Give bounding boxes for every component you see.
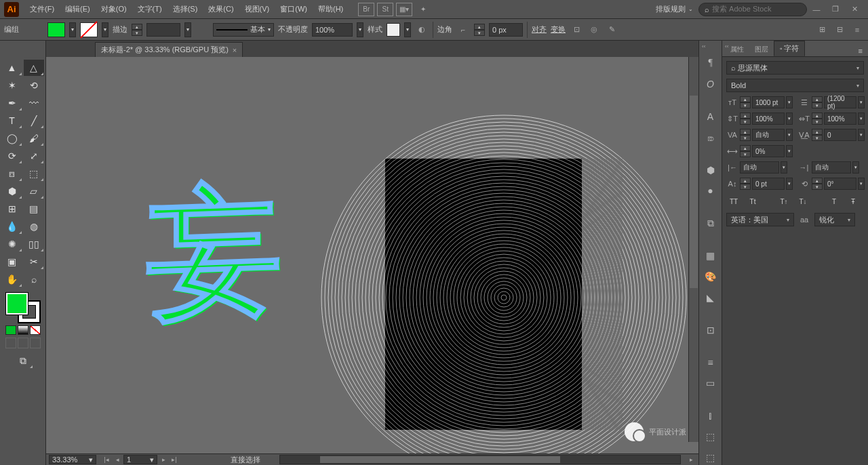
- restore-button[interactable]: ❐: [827, 3, 844, 16]
- symbols-panel-icon[interactable]: ◣: [701, 289, 720, 305]
- stroke-weight-dd[interactable]: ▾: [184, 22, 191, 37]
- underline-button[interactable]: T: [827, 195, 842, 207]
- recolor-icon[interactable]: ◐: [415, 23, 429, 37]
- gradient-panel-icon[interactable]: ▭: [701, 376, 720, 391]
- collapse-toggle-2[interactable]: ‹‹: [725, 43, 728, 49]
- color-picker[interactable]: [6, 293, 40, 323]
- small-caps-button[interactable]: Tt: [745, 195, 760, 207]
- paragraph-panel-icon[interactable]: ¶: [701, 56, 720, 71]
- kerning-field[interactable]: VA▴▾自动▾: [726, 129, 793, 141]
- stroke-weight-input[interactable]: [146, 23, 180, 37]
- fill-dropdown[interactable]: ▾: [69, 22, 76, 37]
- glyphs-panel-icon[interactable]: A: [701, 109, 720, 125]
- mesh-tool[interactable]: ⊞: [2, 201, 22, 217]
- font-family-select[interactable]: ⌕ 思源黑体▾: [726, 61, 864, 75]
- menu-object[interactable]: 对象(O): [96, 0, 132, 18]
- perspective-tool[interactable]: ▱: [24, 183, 44, 199]
- font-style-select[interactable]: Bold▾: [726, 79, 864, 92]
- align-panel-icon[interactable]: ⊞: [815, 23, 829, 37]
- curvature-tool[interactable]: 〰: [24, 95, 44, 111]
- font-size-field[interactable]: тT▴▾1000 pt▾: [726, 96, 793, 108]
- style-dd[interactable]: ▾: [404, 22, 411, 37]
- isolate-icon[interactable]: ⊡: [570, 23, 583, 37]
- corner-input[interactable]: 0 px: [489, 23, 523, 37]
- menu-select[interactable]: 选择(S): [167, 0, 203, 18]
- selection-tool[interactable]: ▲: [2, 60, 22, 76]
- shape-builder-tool[interactable]: ⬢: [2, 183, 22, 199]
- all-caps-button[interactable]: TT: [726, 195, 741, 207]
- draw-inside[interactable]: [30, 338, 41, 348]
- transform-panel-icon[interactable]: ⊟: [833, 23, 846, 37]
- libraries-panel-icon[interactable]: ⧉: [701, 216, 720, 231]
- direct-selection-tool[interactable]: △: [24, 60, 44, 76]
- opacity-input[interactable]: 100%: [312, 23, 353, 37]
- symbol-sprayer-tool[interactable]: ✺: [2, 236, 22, 252]
- appearance-panel-icon[interactable]: ⬢: [701, 162, 720, 178]
- corner-stepper[interactable]: ▴▾: [474, 24, 485, 36]
- prev-artboard[interactable]: ◂: [113, 455, 122, 464]
- arrange-docs-icon[interactable]: ▦▾: [396, 3, 412, 16]
- vertical-scrollbar[interactable]: [688, 57, 698, 442]
- stock-search[interactable]: ⌕ 搜索 Adobe Stock: [698, 3, 807, 16]
- width-tool[interactable]: ⧈: [2, 165, 22, 182]
- free-transform-tool[interactable]: ⬚: [24, 165, 44, 182]
- blend-tool[interactable]: ◍: [24, 218, 44, 235]
- menu-type[interactable]: 文字(T): [132, 0, 167, 18]
- slice-tool[interactable]: ✂: [24, 254, 44, 270]
- close-button[interactable]: ✕: [846, 3, 863, 16]
- panel-menu-icon[interactable]: ≡: [856, 45, 865, 56]
- menu-effect[interactable]: 效果(C): [203, 0, 239, 18]
- hand-tool[interactable]: ✋: [2, 271, 22, 287]
- layout-rules-dropdown[interactable]: 排版规则⌄: [650, 3, 698, 16]
- tracking-field[interactable]: V͟A▴▾0▾: [798, 129, 865, 141]
- artboard-tool[interactable]: ▣: [2, 254, 22, 270]
- stroke-panel-icon[interactable]: ≡: [701, 355, 720, 370]
- align-panel-icon-strip[interactable]: ⫿: [701, 408, 720, 424]
- first-artboard[interactable]: |◂: [102, 455, 111, 464]
- zoom-dropdown[interactable]: 33.33%▾: [49, 455, 96, 464]
- bridge-icon[interactable]: Br: [358, 3, 374, 16]
- tab-layers[interactable]: 图层: [749, 43, 774, 56]
- type-tool[interactable]: T: [2, 113, 22, 129]
- swatches-panel-icon[interactable]: ▦: [701, 248, 720, 264]
- fill-swatch[interactable]: [47, 22, 65, 37]
- scale-tool[interactable]: ⤢: [24, 148, 44, 164]
- menu-file[interactable]: 文件(F): [24, 0, 60, 18]
- menu-help[interactable]: 帮助(H): [313, 0, 349, 18]
- stock-icon[interactable]: St: [377, 3, 393, 16]
- color-guide-panel-icon[interactable]: 🎨: [701, 269, 720, 285]
- menu-window[interactable]: 窗口(W): [275, 0, 313, 18]
- hscale-field[interactable]: ⇔T▴▾100%▾: [798, 113, 865, 125]
- gpu-icon[interactable]: ✦: [415, 3, 431, 16]
- rotation-field[interactable]: ⟲▴▾0°▾: [798, 178, 865, 190]
- baseline-shift-field[interactable]: A↕▴▾0 pt▾: [726, 178, 793, 190]
- menu-view[interactable]: 视图(V): [239, 0, 275, 18]
- edit-contents-icon[interactable]: ✎: [605, 23, 618, 37]
- tab-close-icon[interactable]: ×: [233, 46, 237, 54]
- magic-wand-tool[interactable]: ✶: [2, 77, 22, 94]
- tab-properties[interactable]: 属性: [725, 43, 749, 56]
- pathfinder-panel-icon[interactable]: ⬚: [701, 429, 720, 445]
- paintbrush-tool[interactable]: 🖌: [24, 130, 44, 146]
- screen-mode[interactable]: ⧉: [13, 352, 33, 369]
- language-select[interactable]: 英语：美国▾: [726, 213, 794, 226]
- tabs-panel-icon[interactable]: ⎄: [701, 129, 720, 145]
- mini-swatch-none[interactable]: [30, 325, 41, 335]
- subscript-button[interactable]: T↓: [795, 195, 810, 207]
- fill-color[interactable]: [6, 293, 28, 315]
- stroke-dropdown[interactable]: ▾: [102, 22, 108, 37]
- minimize-button[interactable]: —: [808, 3, 825, 16]
- transform-panel-icon-strip[interactable]: ⊡: [701, 322, 720, 338]
- aki-left-field[interactable]: |←自动▾: [726, 161, 793, 174]
- last-artboard[interactable]: ▸|: [170, 455, 179, 464]
- zoom-tool[interactable]: ⌕: [24, 271, 44, 287]
- tab-character[interactable]: ◦ 字符: [774, 41, 805, 56]
- color-panel-icon[interactable]: ●: [701, 183, 720, 199]
- artboard-number[interactable]: 1▾: [123, 455, 157, 464]
- rotate-tool[interactable]: ⟳: [2, 148, 22, 164]
- menu-edit[interactable]: 编辑(E): [60, 0, 96, 18]
- stroke-profile[interactable]: 基本▾: [213, 23, 274, 37]
- draw-behind[interactable]: [18, 338, 28, 348]
- transform-label[interactable]: 变换: [551, 24, 566, 35]
- opentype-panel-icon[interactable]: O: [701, 77, 720, 92]
